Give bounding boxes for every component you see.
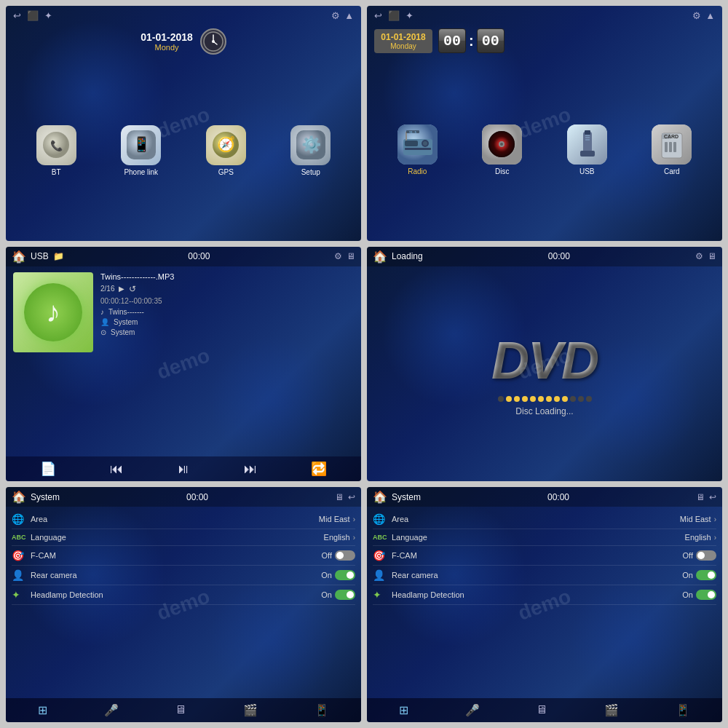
settings-icon2[interactable]: ⚙ — [692, 10, 701, 21]
app-disc[interactable]: Disc — [463, 124, 542, 175]
dvd-topbar: 🏠 Loading 00:00 ⚙ 🖥 — [367, 247, 722, 266]
language-arrow2: › — [714, 534, 716, 542]
svg-rect-18 — [405, 148, 431, 150]
next-btn[interactable]: ⏭ — [244, 462, 257, 477]
language-arrow: › — [353, 534, 355, 542]
app-setup[interactable]: ⚙️ Setup — [272, 125, 351, 176]
app-usb[interactable]: USB — [547, 124, 627, 175]
brightness-icon2[interactable]: ✦ — [405, 10, 414, 21]
eject-icon2[interactable]: ▲ — [705, 10, 715, 21]
media-controls: 📄 ⏮ ⏯ ⏭ 🔁 — [6, 456, 361, 481]
screen-icon-dvd[interactable]: 🖥 — [708, 251, 716, 261]
day2-value: Monday — [380, 42, 427, 50]
nav-mic-2[interactable]: 🎤 — [461, 702, 484, 719]
app-radio[interactable]: 91.5 Radio — [378, 124, 457, 175]
nav-phone-2[interactable]: 📱 — [671, 702, 695, 719]
home-icon-sys1[interactable]: 🏠 — [12, 490, 26, 504]
bt-label: BT — [52, 168, 61, 176]
setting-headlamp2[interactable]: ✦ Headlamp Detection On — [373, 585, 716, 605]
home-icon-sys2[interactable]: 🏠 — [373, 490, 387, 504]
nav-media-1[interactable]: 🎬 — [239, 702, 262, 719]
prev-btn[interactable]: ⏮ — [110, 462, 123, 477]
setting-rear-camera[interactable]: 👤 Rear camera On — [12, 566, 355, 585]
section-dvd: Loading — [392, 251, 423, 261]
setting-language2[interactable]: ABC Language English › — [373, 529, 716, 546]
rear-camera-toggle[interactable] — [335, 570, 355, 580]
setting-area2[interactable]: 🌐 Area Mid East › — [373, 510, 716, 529]
playlist-btn[interactable]: 📄 — [40, 461, 56, 477]
date-card: 01-01-2018 Monday — [374, 29, 432, 53]
header-2: ↩ ⬛ ✦ ⚙ ▲ — [367, 6, 722, 23]
radio-label: Radio — [408, 167, 427, 175]
datetime2: 01-01-2018 Monday 00 : 00 — [367, 23, 722, 59]
home-icon-usb[interactable]: 🏠 — [12, 250, 26, 264]
nav-phone-1[interactable]: 📱 — [310, 702, 333, 719]
dvd-loading-dots — [498, 396, 592, 402]
headlamp-toggle2[interactable] — [696, 590, 716, 600]
svg-rect-38 — [673, 142, 676, 152]
screen-icon-sys2[interactable]: 🖥 — [696, 492, 705, 502]
fcam-toggle2[interactable] — [696, 550, 716, 561]
nav-screen-1[interactable]: 🖥 — [170, 702, 191, 718]
repeat-icon[interactable]: ↺ — [129, 284, 136, 294]
album-art: ♪ — [13, 272, 93, 352]
setting-area[interactable]: 🌐 Area Mid East › — [12, 510, 355, 529]
media-icon[interactable]: ⬛ — [27, 10, 39, 21]
repeat-btn[interactable]: 🔁 — [311, 461, 327, 477]
settings-icon-usb[interactable]: ⚙ — [334, 251, 342, 261]
setting-fcam[interactable]: 🎯 F-CAM Off — [12, 546, 355, 566]
play-icon[interactable]: ▶ — [119, 285, 124, 293]
setting-fcam2[interactable]: 🎯 F-CAM Off — [373, 546, 716, 566]
rear-camera-toggle2[interactable] — [696, 570, 716, 580]
back-icon-sys2[interactable]: ↩ — [709, 492, 716, 502]
settings-icon-dvd[interactable]: ⚙ — [695, 251, 703, 261]
camera-icon-1: 🎯 — [12, 550, 26, 561]
language-label2: Language — [392, 533, 685, 542]
fcam-toggle[interactable] — [335, 550, 355, 561]
section-sys2: System — [392, 492, 421, 502]
back-icon2[interactable]: ↩ — [374, 10, 382, 21]
home-icon-dvd[interactable]: 🏠 — [373, 250, 387, 264]
track-position: 2/16 — [100, 285, 114, 293]
playlist-item-2[interactable]: 👤 System — [100, 318, 354, 326]
app-phonelink[interactable]: 📱 Phone link — [102, 125, 181, 176]
nav-screen-2[interactable]: 🖥 — [531, 702, 552, 718]
app-grid: 📞 BT 📱 Phone link — [6, 60, 361, 241]
nav-home-1[interactable]: ⊞ — [33, 702, 52, 719]
app-grid2: 91.5 Radio — [367, 59, 722, 241]
svg-text:📱: 📱 — [132, 135, 150, 153]
nav-media-2[interactable]: 🎬 — [600, 702, 623, 719]
setting-rear-camera2[interactable]: 👤 Rear camera On — [373, 566, 716, 585]
setting-headlamp[interactable]: ✦ Headlamp Detection On — [12, 585, 355, 605]
eject-icon[interactable]: ▲ — [344, 10, 354, 21]
app-gps[interactable]: 🧭 GPS — [186, 125, 266, 176]
screen-icon-sys1[interactable]: 🖥 — [335, 492, 344, 502]
time-separator: : — [469, 33, 474, 50]
screen-icon-usb[interactable]: 🖥 — [347, 251, 355, 261]
setting-language[interactable]: ABC Language English › — [12, 529, 355, 546]
playlist-item-1[interactable]: ♪ Twins------- — [100, 308, 354, 316]
language-value2: English — [685, 533, 711, 542]
usb-label: USB — [579, 167, 595, 175]
media-icon2[interactable]: ⬛ — [388, 10, 400, 21]
rear-camera-label2: Rear camera — [392, 571, 682, 579]
settings-icon[interactable]: ⚙ — [331, 10, 340, 21]
nav-mic-1[interactable]: 🎤 — [100, 702, 123, 719]
headlamp-toggle[interactable] — [335, 590, 355, 600]
header-1: ↩ ⬛ ✦ ⚙ ▲ — [6, 6, 361, 23]
back-icon[interactable]: ↩ — [13, 10, 21, 21]
dvd-content: DVD Disc Loading... — [367, 266, 722, 482]
date-text: 01-01-2018 Mondy — [141, 31, 193, 52]
playpause-btn[interactable]: ⏯ — [177, 462, 190, 477]
system2-content: 🌐 Area Mid East › ABC Language English ›… — [367, 507, 722, 698]
svg-rect-28 — [580, 151, 595, 157]
playlist-item-3[interactable]: ⊙ System — [100, 328, 354, 336]
brightness-icon[interactable]: ✦ — [44, 10, 52, 21]
nav-home-2[interactable]: ⊞ — [395, 702, 413, 719]
dvd-loading-text: Disc Loading... — [515, 406, 573, 416]
svg-point-17 — [423, 141, 427, 146]
app-bt[interactable]: 📞 BT — [17, 125, 96, 176]
app-card[interactable]: CARD Card — [633, 124, 712, 175]
folder-icon[interactable]: 📁 — [53, 251, 64, 261]
back-icon-sys1[interactable]: ↩ — [348, 492, 355, 502]
